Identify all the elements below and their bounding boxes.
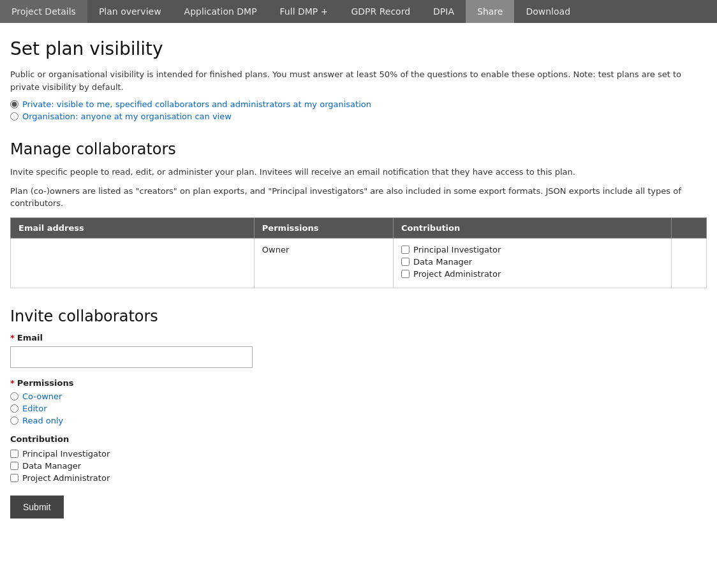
invite-heading: Invite collaborators bbox=[10, 307, 707, 325]
contrib-dm-label: Data Manager bbox=[413, 257, 472, 267]
row-actions bbox=[672, 238, 707, 288]
contrib-pa-label: Project Administrator bbox=[413, 269, 501, 279]
nav-plan-overview[interactable]: Plan overview bbox=[87, 0, 173, 23]
invite-contrib-pa-label: Project Administrator bbox=[22, 473, 110, 483]
contrib-pa-row: Project Administrator bbox=[401, 269, 663, 279]
contrib-pa-checkbox[interactable] bbox=[401, 270, 410, 278]
visibility-org-label: Organisation: anyone at my organisation … bbox=[22, 112, 232, 121]
permissions-radio-group: Co-owner Editor Read only bbox=[10, 392, 707, 425]
invite-contrib-pi-row: Principal Investigator bbox=[10, 449, 707, 459]
invite-contrib-pi-label: Principal Investigator bbox=[22, 449, 110, 459]
col-action bbox=[672, 217, 707, 238]
contrib-pi-label: Principal Investigator bbox=[413, 245, 501, 254]
nav-share[interactable]: Share bbox=[466, 0, 514, 23]
contribution-section-label: Contribution bbox=[10, 434, 707, 444]
visibility-radio-private[interactable] bbox=[10, 100, 18, 108]
perms-field-label: * Permissions bbox=[10, 378, 707, 388]
nav-application-dmp[interactable]: Application DMP bbox=[173, 0, 269, 23]
nav-download[interactable]: Download bbox=[514, 0, 582, 23]
row-email bbox=[11, 238, 255, 288]
email-input[interactable] bbox=[10, 346, 253, 368]
submit-button[interactable]: Submit bbox=[10, 496, 64, 518]
nav-full-dmp[interactable]: Full DMP + bbox=[269, 0, 340, 23]
collab-info2: Plan (co-)owners are listed as "creators… bbox=[10, 185, 707, 210]
contrib-dm-checkbox[interactable] bbox=[401, 258, 410, 266]
perm-radio-editor[interactable] bbox=[10, 404, 18, 413]
col-contribution: Contribution bbox=[394, 217, 672, 238]
collaborators-heading: Manage collaborators bbox=[10, 140, 707, 158]
row-contributions: Principal Investigator Data Manager Proj… bbox=[394, 238, 672, 288]
nav-gdpr-record[interactable]: GDPR Record bbox=[339, 0, 422, 23]
perm-radio-coowner[interactable] bbox=[10, 392, 18, 401]
invite-contrib-pi-checkbox[interactable] bbox=[10, 450, 18, 458]
col-permissions: Permissions bbox=[254, 217, 393, 238]
main-nav: Project Details Plan overview Applicatio… bbox=[0, 0, 717, 23]
perms-required-star: * bbox=[10, 378, 15, 388]
invite-contrib-dm-row: Data Manager bbox=[10, 461, 707, 471]
visibility-section: Set plan visibility Public or organisati… bbox=[10, 38, 707, 121]
table-row: Owner Principal Investigator Data Manage… bbox=[11, 238, 707, 288]
perm-editor-label[interactable]: Editor bbox=[10, 404, 707, 413]
nav-dpia[interactable]: DPIA bbox=[422, 0, 466, 23]
visibility-radio-group: Private: visible to me, specified collab… bbox=[10, 99, 707, 121]
visibility-heading: Set plan visibility bbox=[10, 38, 707, 59]
invite-contrib-pa-row: Project Administrator bbox=[10, 473, 707, 483]
perm-coowner-label[interactable]: Co-owner bbox=[10, 392, 707, 401]
contrib-pi-row: Principal Investigator bbox=[401, 245, 663, 254]
collab-info1: Invite specific people to read, edit, or… bbox=[10, 166, 707, 179]
invite-contrib-dm-label: Data Manager bbox=[22, 461, 81, 471]
invite-contrib-dm-checkbox[interactable] bbox=[10, 462, 18, 470]
visibility-option-org[interactable]: Organisation: anyone at my organisation … bbox=[10, 112, 707, 121]
visibility-info: Public or organisational visibility is i… bbox=[10, 68, 707, 93]
invite-section: Invite collaborators * Email * Permissio… bbox=[10, 307, 707, 518]
nav-project-details[interactable]: Project Details bbox=[0, 0, 87, 23]
contrib-dm-row: Data Manager bbox=[401, 257, 663, 267]
perm-editor-text: Editor bbox=[22, 404, 47, 413]
email-required-star: * bbox=[10, 333, 15, 342]
contrib-pi-checkbox[interactable] bbox=[401, 246, 410, 254]
perm-radio-readonly[interactable] bbox=[10, 416, 18, 425]
col-email: Email address bbox=[11, 217, 255, 238]
perm-readonly-text: Read only bbox=[22, 416, 63, 425]
visibility-radio-org[interactable] bbox=[10, 112, 18, 121]
perm-coowner-text: Co-owner bbox=[22, 392, 62, 401]
perm-readonly-label[interactable]: Read only bbox=[10, 416, 707, 425]
row-permission: Owner bbox=[254, 238, 393, 288]
visibility-option-private[interactable]: Private: visible to me, specified collab… bbox=[10, 99, 707, 109]
invite-contrib-pa-checkbox[interactable] bbox=[10, 474, 18, 482]
email-field-label: * Email bbox=[10, 333, 707, 342]
collaborators-table: Email address Permissions Contribution O… bbox=[10, 217, 707, 288]
visibility-private-label: Private: visible to me, specified collab… bbox=[22, 99, 371, 109]
collaborators-section: Manage collaborators Invite specific peo… bbox=[10, 140, 707, 288]
